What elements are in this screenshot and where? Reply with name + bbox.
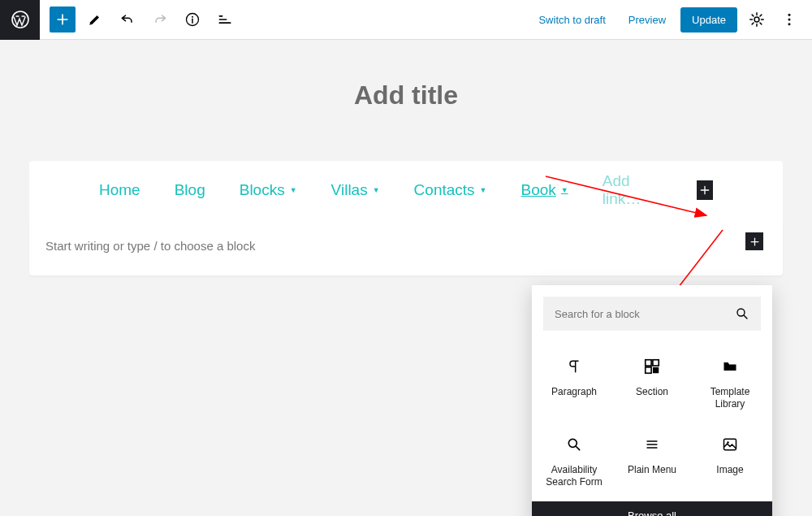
nav-item-contacts[interactable]: Contacts▼ [414, 181, 487, 199]
writing-prompt-block[interactable]: Start writing or type / to choose a bloc… [29, 219, 783, 275]
block-template-library[interactable]: Template Library [693, 342, 767, 417]
block-grid: Paragraph Section Template Library Avail… [532, 334, 772, 501]
search-doc-icon [566, 433, 582, 456]
block-search-field[interactable] [543, 297, 761, 331]
svg-point-4 [788, 14, 791, 16]
undo-icon[interactable] [114, 7, 140, 33]
nav-add-link-placeholder[interactable]: Add link… [603, 172, 663, 208]
svg-point-16 [727, 441, 729, 444]
nav-item-home[interactable]: Home [99, 181, 140, 199]
switch-to-draft-link[interactable]: Switch to draft [530, 9, 613, 31]
outline-icon[interactable] [212, 7, 238, 33]
info-icon[interactable] [179, 7, 205, 33]
block-availability-search-form[interactable]: Availability Search Form [537, 420, 611, 495]
folder-icon [721, 355, 739, 378]
svg-rect-11 [653, 360, 659, 366]
svg-point-14 [568, 439, 577, 447]
menu-icon [644, 433, 660, 456]
settings-gear-icon[interactable] [744, 7, 770, 33]
redo-icon[interactable] [147, 7, 173, 33]
page-title-input[interactable]: Add title [0, 80, 812, 111]
editor-canvas: Add title Home Blog Blocks▼ Villas▼ Cont… [0, 40, 812, 516]
update-button[interactable]: Update [680, 7, 737, 33]
svg-point-9 [737, 309, 745, 316]
svg-point-6 [788, 23, 791, 25]
paragraph-icon [566, 355, 582, 378]
nav-menu-block[interactable]: Home Blog Blocks▼ Villas▼ Contacts▼ Book… [29, 161, 783, 219]
writing-prompt-text: Start writing or type / to choose a bloc… [45, 239, 255, 253]
nav-item-book[interactable]: Book▼ [521, 181, 568, 199]
svg-point-2 [192, 16, 193, 18]
block-inserter-popover: Paragraph Section Template Library Avail… [532, 285, 772, 516]
chevron-down-icon: ▼ [373, 186, 380, 194]
block-plain-menu[interactable]: Plain Menu [615, 420, 689, 495]
preview-link[interactable]: Preview [620, 9, 674, 31]
block-search-input[interactable] [555, 308, 735, 320]
block-image[interactable]: Image [693, 420, 767, 495]
svg-point-3 [754, 17, 759, 22]
svg-point-5 [788, 19, 791, 21]
edit-tool-icon[interactable] [82, 7, 108, 33]
chevron-down-icon: ▼ [561, 186, 568, 194]
editor-topbar: Switch to draft Preview Update [0, 0, 812, 40]
block-paragraph[interactable]: Paragraph [537, 342, 611, 417]
nav-item-blocks[interactable]: Blocks▼ [240, 181, 297, 199]
kebab-menu-icon[interactable] [776, 7, 802, 33]
topbar-actions: Switch to draft Preview Update [530, 7, 812, 33]
inline-add-block-button[interactable] [745, 232, 763, 250]
chevron-down-icon: ▼ [290, 186, 297, 194]
nav-item-villas[interactable]: Villas▼ [331, 181, 380, 199]
wordpress-logo[interactable] [0, 0, 40, 40]
svg-rect-15 [724, 439, 736, 449]
block-section[interactable]: Section [615, 342, 689, 417]
browse-all-button[interactable]: Browse all [532, 501, 772, 516]
search-icon [735, 306, 749, 321]
svg-rect-13 [653, 367, 659, 373]
add-block-button[interactable] [50, 7, 76, 33]
chevron-down-icon: ▼ [480, 186, 487, 194]
section-icon [643, 355, 661, 378]
topbar-tools [40, 7, 238, 33]
nav-add-item-button[interactable] [697, 180, 713, 200]
image-icon [721, 433, 739, 456]
svg-rect-10 [646, 360, 651, 366]
svg-rect-12 [646, 367, 651, 373]
nav-item-blog[interactable]: Blog [175, 181, 205, 199]
